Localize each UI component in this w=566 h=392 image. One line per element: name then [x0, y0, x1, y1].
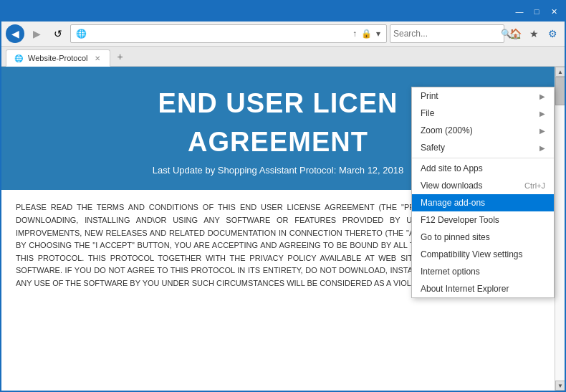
favorites-icon[interactable]: ★ — [526, 26, 542, 42]
menu-item-f12-developer-tools[interactable]: F12 Developer Tools — [412, 211, 554, 229]
menu-item-print[interactable]: Print▶ — [412, 87, 554, 105]
menu-item-internet-options[interactable]: Internet options — [412, 263, 554, 280]
menu-item-shortcut: Ctrl+J — [524, 181, 545, 190]
title-bar: — □ ✕ — [1, 1, 565, 21]
menu-item-arrow: ▶ — [539, 127, 545, 135]
new-tab-button[interactable]: + — [112, 49, 129, 64]
scroll-down-button[interactable]: ▼ — [555, 381, 565, 391]
menu-item-add-site-to-apps[interactable]: Add site to Apps — [412, 160, 554, 177]
menu-item-label: About Internet Explorer — [421, 284, 509, 294]
address-refresh-btn[interactable]: ↑ — [351, 29, 358, 39]
menu-item-label: Zoom (200%) — [421, 125, 473, 135]
search-input[interactable] — [393, 29, 501, 39]
menu-item-arrow: ▶ — [539, 144, 545, 152]
address-go-btn[interactable]: ▾ — [375, 29, 382, 39]
menu-item-label: Internet options — [421, 267, 480, 277]
active-tab[interactable]: 🌐 Website-Protocol ✕ — [6, 49, 110, 67]
scroll-thumb[interactable] — [555, 77, 565, 105]
minimize-button[interactable]: — — [512, 5, 527, 18]
refresh-button[interactable]: ↺ — [49, 24, 67, 43]
menu-item-zoom-200[interactable]: Zoom (200%)▶ — [412, 122, 554, 139]
maximize-button[interactable]: □ — [529, 5, 545, 18]
menu-item-arrow: ▶ — [539, 92, 545, 100]
address-bar[interactable]: 🌐 ↑ 🔒 ▾ — [70, 24, 387, 43]
tab-label: Website-Protocol — [28, 54, 88, 62]
window-controls: — □ ✕ — [512, 5, 562, 18]
menu-item-manage-add-ons[interactable]: Manage add-ons — [412, 194, 554, 211]
menu-item-label: Safety — [421, 143, 445, 153]
home-icon[interactable]: 🏠 — [507, 26, 523, 42]
menu-item-file[interactable]: File▶ — [412, 105, 554, 122]
menu-item-safety[interactable]: Safety▶ — [412, 139, 554, 156]
toolbar: ◀ ▶ ↺ 🌐 ↑ 🔒 ▾ 🔍 🏠 ★ ⚙ — [1, 21, 565, 47]
tab-favicon: 🌐 — [14, 53, 24, 63]
address-favicon: 🌐 — [75, 28, 87, 39]
scroll-up-button[interactable]: ▲ — [555, 67, 565, 77]
forward-button[interactable]: ▶ — [27, 24, 46, 43]
menu-item-label: Manage add-ons — [421, 198, 485, 208]
menu-item-label: Print — [421, 91, 438, 101]
menu-item-view-downloads[interactable]: View downloadsCtrl+J — [412, 177, 554, 194]
address-action-buttons: ↑ 🔒 ▾ — [351, 29, 382, 39]
menu-item-label: File — [421, 108, 434, 118]
address-lock-btn[interactable]: 🔒 — [360, 29, 373, 39]
back-button[interactable]: ◀ — [6, 24, 24, 43]
close-button[interactable]: ✕ — [546, 5, 562, 18]
menu-separator-1 — [412, 158, 554, 158]
context-menu: Print▶File▶Zoom (200%)▶Safety▶Add site t… — [411, 87, 555, 298]
settings-icon[interactable]: ⚙ — [545, 26, 560, 42]
menu-item-compatibility-view-settings[interactable]: Compatibility View settings — [412, 246, 554, 263]
main-area: END USER LICEN AGREEMENT Last Update by … — [1, 67, 565, 391]
menu-item-label: Add site to Apps — [421, 163, 483, 173]
tab-bar: 🌐 Website-Protocol ✕ + — [1, 47, 565, 67]
menu-item-label: Go to pinned sites — [421, 232, 490, 242]
tab-close-button[interactable]: ✕ — [92, 53, 102, 63]
scrollbar[interactable]: ▲ ▼ — [555, 67, 565, 391]
menu-item-arrow: ▶ — [539, 110, 545, 118]
ie-window: — □ ✕ ◀ ▶ ↺ 🌐 ↑ 🔒 ▾ 🔍 🏠 ★ ⚙ — [0, 0, 566, 392]
menu-item-label: F12 Developer Tools — [421, 215, 499, 225]
search-bar[interactable]: 🔍 — [390, 24, 504, 43]
toolbar-icons: 🏠 ★ ⚙ — [507, 26, 560, 42]
menu-item-label: View downloads — [421, 181, 483, 191]
menu-item-go-to-pinned-sites[interactable]: Go to pinned sites — [412, 229, 554, 246]
scroll-track[interactable] — [555, 77, 565, 381]
menu-item-label: Compatibility View settings — [421, 249, 523, 259]
menu-item-about-internet-explorer[interactable]: About Internet Explorer — [412, 280, 554, 297]
